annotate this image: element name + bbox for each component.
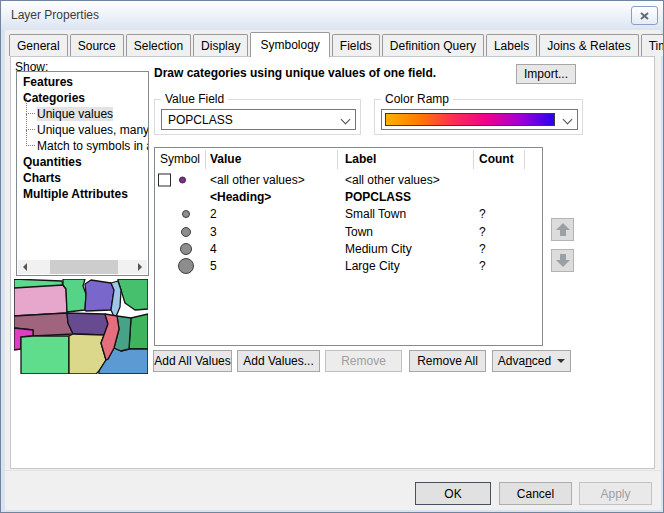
tab-selection[interactable]: Selection (126, 34, 191, 56)
close-button[interactable] (631, 6, 658, 25)
color-ramp-gradient (385, 113, 555, 126)
show-tree: Features Categories Unique values Unique… (16, 71, 149, 276)
all-other-values-checkbox[interactable] (158, 173, 171, 186)
color-ramp-group: Color Ramp (374, 99, 583, 135)
column-header-symbol: Symbol (160, 152, 200, 166)
scroll-left-icon[interactable] (18, 260, 32, 274)
tab-general[interactable]: General (9, 34, 68, 56)
symbology-tab-page: Show: Features Categories Unique values … (10, 56, 655, 469)
cancel-button[interactable]: Cancel (499, 482, 572, 505)
table-row[interactable]: 4 Medium City ? (155, 240, 542, 257)
tree-item-match-to-symbols[interactable]: Match to symbols in a (17, 138, 148, 154)
table-row[interactable]: 3 Town ? (155, 223, 542, 240)
color-ramp-combobox[interactable] (381, 109, 578, 130)
column-header-count: Count (479, 152, 514, 166)
unique-values-table: Symbol Value Label Count <all other valu… (154, 147, 543, 346)
apply-button: Apply (579, 482, 652, 505)
import-button[interactable]: Import... (516, 64, 576, 84)
table-row[interactable]: 5 Large City ? (155, 257, 542, 274)
graduated-symbol[interactable] (178, 258, 194, 274)
tree-item-quantities[interactable]: Quantities (17, 154, 148, 170)
move-down-button[interactable] (551, 249, 574, 272)
tree-item-unique-values[interactable]: Unique values (17, 106, 148, 122)
tab-time[interactable]: Time (641, 34, 664, 56)
layer-properties-dialog: Layer Properties General Source Selectio… (0, 0, 664, 513)
table-row[interactable]: 2 Small Town ? (155, 206, 542, 223)
tab-fields[interactable]: Fields (332, 34, 380, 56)
tree-item-multiple-attributes[interactable]: Multiple Attributes (17, 186, 148, 202)
graduated-symbol[interactable] (182, 210, 190, 218)
tree-horizontal-scrollbar[interactable] (18, 260, 147, 274)
fat-arrow-up-icon (556, 223, 570, 236)
ok-button[interactable]: OK (415, 482, 491, 505)
table-row[interactable]: <all other values> <all other values> (155, 171, 542, 188)
fat-arrow-down-icon (556, 254, 570, 267)
dialog-footer: OK Cancel Apply (5, 470, 661, 510)
close-icon (640, 12, 649, 20)
column-header-label: Label (345, 152, 376, 166)
color-ramp-group-label: Color Ramp (381, 92, 453, 106)
graduated-symbol[interactable] (180, 243, 192, 255)
remove-all-button[interactable]: Remove All (409, 350, 486, 372)
value-field-group-label: Value Field (161, 92, 228, 106)
table-header: Symbol Value Label Count (155, 148, 542, 171)
title-bar: Layer Properties (1, 1, 663, 30)
tab-strip: General Source Selection Display Symbolo… (9, 34, 664, 57)
panel-heading: Draw categories using unique values of o… (154, 66, 436, 80)
graduated-symbol[interactable] (181, 227, 191, 237)
column-header-value: Value (210, 152, 241, 166)
advanced-button[interactable]: Advanced (492, 350, 571, 372)
tree-item-features[interactable]: Features (17, 74, 148, 90)
chevron-down-icon (341, 115, 351, 125)
tree-item-charts[interactable]: Charts (17, 170, 148, 186)
table-row[interactable]: <Heading> POPCLASS (155, 188, 542, 205)
map-preview-thumbnail (14, 279, 148, 374)
tab-source[interactable]: Source (70, 34, 124, 56)
value-field-combobox[interactable]: POPCLASS (161, 109, 356, 130)
tab-definition-query[interactable]: Definition Query (382, 34, 484, 56)
scrollbar-thumb[interactable] (50, 260, 118, 274)
tab-labels[interactable]: Labels (486, 34, 537, 56)
tab-symbology[interactable]: Symbology (250, 32, 329, 57)
value-field-group: Value Field POPCLASS (154, 99, 361, 135)
tab-display[interactable]: Display (193, 34, 248, 56)
all-other-values-symbol[interactable] (179, 176, 186, 183)
tree-item-unique-values-many[interactable]: Unique values, many (17, 122, 148, 138)
window-title: Layer Properties (11, 8, 99, 22)
move-up-button[interactable] (551, 218, 574, 241)
add-values-button[interactable]: Add Values... (237, 350, 320, 372)
tree-item-categories[interactable]: Categories (17, 90, 148, 106)
triangle-down-icon (557, 359, 565, 363)
tab-joins-relates[interactable]: Joins & Relates (539, 34, 638, 56)
add-all-values-button[interactable]: Add All Values (153, 350, 232, 372)
scroll-right-icon[interactable] (133, 260, 147, 274)
value-field-selected-value: POPCLASS (168, 113, 233, 127)
remove-button: Remove (325, 350, 402, 372)
chevron-down-icon (563, 115, 573, 125)
